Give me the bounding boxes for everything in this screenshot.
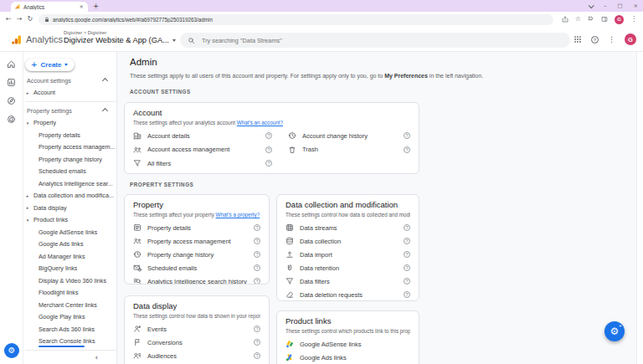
collapse-sidebar-button[interactable]: ‹ (23, 351, 116, 364)
sidebar-item-search-ads-links[interactable]: Search Ads 360 links (23, 323, 116, 336)
help-icon[interactable]: ? (404, 132, 410, 139)
admin-link-trash[interactable]: Trash? (288, 143, 410, 157)
admin-link-intelligence-search-history[interactable]: Analytics Intelligence search history? (133, 274, 260, 285)
admin-link-all-filters[interactable]: All filters? (133, 156, 272, 171)
sidebar-item-search-console-links[interactable]: Search Console links (23, 336, 116, 348)
help-icon[interactable]: ? (404, 224, 410, 231)
help-icon[interactable]: ? (404, 264, 410, 271)
chevron-down-icon[interactable] (589, 3, 594, 8)
tab-close-icon[interactable]: × (80, 4, 84, 10)
sidebar-item-google-play-links[interactable]: Google Play links (23, 311, 116, 324)
share-icon[interactable] (562, 16, 568, 23)
sidebar-item-ad-manager-links[interactable]: Ad Manager links (23, 250, 116, 263)
admin-link-data-deletion-requests[interactable]: Data deletion requests? (285, 288, 410, 301)
admin-link-account-access[interactable]: Account access management? (133, 143, 272, 157)
help-icon[interactable]: ? (254, 264, 260, 271)
sidebar-item-floodlight-links[interactable]: Floodlight links (23, 287, 116, 300)
create-button[interactable]: + Create (25, 59, 75, 71)
help-icon[interactable]: ? (404, 278, 410, 285)
new-tab-button[interactable]: + (93, 2, 99, 10)
help-icon[interactable]: ? (404, 251, 410, 258)
bookmark-star-icon[interactable]: ☆ (575, 16, 581, 23)
admin-link-conversions[interactable]: Conversions? (133, 336, 260, 349)
close-icon[interactable]: × (634, 3, 638, 9)
scheduled-email-icon (133, 264, 141, 272)
admin-link-data-retention[interactable]: Data retention? (285, 261, 410, 274)
help-icon[interactable]: ? (404, 238, 410, 244)
help-icon[interactable]: ? (254, 352, 260, 359)
sidebar-item-bigquery-links[interactable]: BigQuery links (23, 263, 116, 275)
sidebar-item-google-ads-links[interactable]: Google Ads links (23, 238, 116, 251)
sidebar-item-merchant-center-links[interactable]: Merchant Center links (23, 299, 116, 311)
whats-a-property-link[interactable]: What's a property? (216, 212, 260, 218)
browser-toolbar: ← → ↻ analytics.google.com/analytics/web… (0, 12, 643, 27)
admin-link-events[interactable]: Events? (133, 322, 260, 336)
help-icon[interactable]: ? (265, 146, 272, 153)
search-input[interactable] (200, 36, 563, 45)
reports-icon[interactable] (0, 73, 23, 91)
help-icon[interactable]: ? (265, 132, 272, 139)
sidebar-item-scheduled-emails[interactable]: Scheduled emails (23, 166, 116, 178)
admin-link-account-details[interactable]: Account details? (133, 129, 272, 143)
search-bar[interactable] (180, 33, 570, 48)
page-scrollbar[interactable] (636, 52, 643, 364)
admin-link-google-ads[interactable]: Google Ads links (285, 351, 410, 364)
admin-link-property-change-history[interactable]: Property change history? (133, 248, 260, 261)
forward-icon[interactable]: → (17, 16, 23, 23)
extensions-icon[interactable] (588, 16, 594, 23)
sidebar-item-data-display[interactable]: ▸Data display (23, 202, 116, 214)
admin-link-data-collection[interactable]: Data collection? (285, 234, 410, 248)
help-icon[interactable]: ? (254, 238, 260, 244)
help-icon[interactable]: ? (254, 224, 260, 231)
back-icon[interactable]: ← (6, 16, 12, 23)
minimize-icon[interactable]: – (604, 3, 606, 9)
maximize-icon[interactable]: ▢ (617, 3, 622, 9)
sidebar-item-data-collection[interactable]: ▸Data collection and modifica... (23, 190, 116, 203)
help-icon[interactable]: ? (254, 326, 260, 332)
help-icon[interactable]: ? (254, 251, 260, 258)
sidebar-item-adsense-links[interactable]: Google AdSense links (23, 226, 116, 238)
admin-link-scheduled-emails[interactable]: Scheduled emails? (133, 261, 260, 274)
admin-link-data-streams[interactable]: Data streams? (285, 221, 410, 234)
help-icon[interactable]: ? (265, 160, 272, 167)
settings-fab[interactable]: ⚙ + (604, 321, 625, 341)
help-icon[interactable]: ? (254, 339, 260, 346)
help-icon[interactable]: ? (591, 36, 599, 44)
admin-link-property-access[interactable]: Property access management? (133, 234, 260, 248)
sidebar-item-product-links[interactable]: ▾Product links (23, 214, 116, 227)
address-bar[interactable]: analytics.google.com/analytics/web/#/a69… (39, 14, 553, 25)
sidebar-item-intelligence-search[interactable]: Analytics Intelligence sear... (23, 177, 116, 190)
sidebar-item-dv360-links[interactable]: Display & Video 360 links (23, 274, 116, 287)
admin-link-audiences[interactable]: Audiences? (133, 349, 260, 362)
admin-gear-icon[interactable]: ⚙ (4, 343, 19, 358)
account-avatar[interactable]: G (625, 33, 636, 45)
reload-icon[interactable]: ↻ (27, 16, 33, 23)
sidebar-item-property-details[interactable]: Property details (23, 129, 116, 141)
explore-icon[interactable] (0, 91, 23, 110)
advertising-icon[interactable] (0, 110, 23, 128)
help-icon[interactable]: ? (404, 291, 410, 298)
browser-menu-icon[interactable]: ⋮ (630, 16, 637, 23)
sidebar-item-account[interactable]: ▸Account (23, 87, 116, 100)
sidebar-section-property-settings[interactable]: Property settings (23, 105, 116, 117)
profile-avatar[interactable]: G (615, 15, 624, 24)
more-vertical-icon[interactable]: ⋮ (608, 36, 615, 44)
help-icon[interactable]: ? (404, 146, 410, 153)
whats-an-account-link[interactable]: What's an account? (237, 120, 283, 126)
admin-link-data-import[interactable]: Data import? (285, 248, 410, 261)
sidebar-section-account-settings[interactable]: Account settings (23, 74, 116, 87)
home-icon[interactable] (0, 54, 23, 73)
admin-link-account-change-history[interactable]: Account change history? (288, 129, 410, 143)
apps-grid-icon[interactable] (574, 35, 582, 44)
side-panel-icon[interactable] (601, 16, 608, 23)
browser-tab[interactable]: Analytics × (11, 2, 88, 12)
sidebar-item-property-change-history[interactable]: Property change history (23, 153, 116, 166)
sidebar-item-property-access[interactable]: Property access managem... (23, 141, 116, 154)
help-icon[interactable]: ? (254, 278, 260, 285)
data-collection-card: Data collection and modification These s… (276, 194, 419, 301)
admin-link-property-details[interactable]: Property details? (133, 221, 260, 234)
admin-link-google-adsense[interactable]: Google AdSense links (285, 337, 410, 351)
admin-link-data-filters[interactable]: Data filters? (285, 274, 410, 288)
property-selector[interactable]: Digivizer > Digivizer Digivizer Website … (64, 30, 176, 44)
sidebar-item-property[interactable]: ▾Property (23, 117, 116, 130)
